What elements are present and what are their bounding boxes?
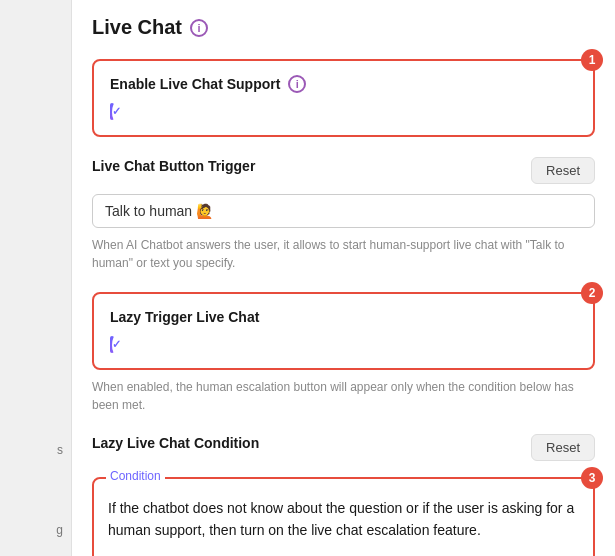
- main-content: Live Chat i 1 Enable Live Chat Support i…: [72, 0, 615, 556]
- lazy-trigger-label: Lazy Trigger Live Chat: [110, 309, 259, 325]
- trigger-input[interactable]: [92, 194, 595, 228]
- condition-box-outer: 3 Condition If the chatbot does not know…: [92, 477, 595, 556]
- page-title: Live Chat: [92, 16, 182, 39]
- condition-textarea-section: 3 Condition If the chatbot does not know…: [92, 477, 595, 556]
- trigger-hint: When AI Chatbot answers the user, it all…: [92, 236, 595, 272]
- lazy-trigger-hint: When enabled, the human escalation butto…: [92, 378, 595, 414]
- trigger-reset-button[interactable]: Reset: [531, 157, 595, 184]
- toggle-knob: [112, 102, 121, 122]
- trigger-header-row: Live Chat Button Trigger Reset: [92, 157, 595, 184]
- enable-info-icon[interactable]: i: [288, 75, 306, 93]
- condition-label: Condition: [106, 469, 165, 483]
- lazy-trigger-wrapper: 2 Lazy Trigger Live Chat When enabled, t…: [92, 292, 595, 414]
- enable-live-chat-section: 1 Enable Live Chat Support i: [92, 59, 595, 137]
- trigger-label: Live Chat Button Trigger: [92, 158, 255, 174]
- lazy-badge: 2: [581, 282, 603, 304]
- page-title-row: Live Chat i: [92, 16, 595, 39]
- condition-section: Lazy Live Chat Condition Reset 3 Conditi…: [92, 434, 595, 556]
- sidebar-letter-g: g: [0, 523, 71, 537]
- condition-header-row: Lazy Live Chat Condition Reset: [92, 434, 595, 461]
- trigger-section: Live Chat Button Trigger Reset When AI C…: [92, 157, 595, 272]
- enable-badge: 1: [581, 49, 603, 71]
- enable-label: Enable Live Chat Support: [110, 76, 280, 92]
- page-info-icon[interactable]: i: [190, 19, 208, 37]
- condition-textarea[interactable]: If the chatbot does not know about the q…: [94, 479, 593, 556]
- condition-badge: 3: [581, 467, 603, 489]
- sidebar-letter-s: s: [0, 443, 71, 457]
- sidebar: s g: [0, 0, 72, 556]
- condition-section-label: Lazy Live Chat Condition: [92, 435, 259, 451]
- condition-reset-button[interactable]: Reset: [531, 434, 595, 461]
- lazy-trigger-section: 2 Lazy Trigger Live Chat: [92, 292, 595, 370]
- lazy-toggle-knob: [112, 335, 121, 355]
